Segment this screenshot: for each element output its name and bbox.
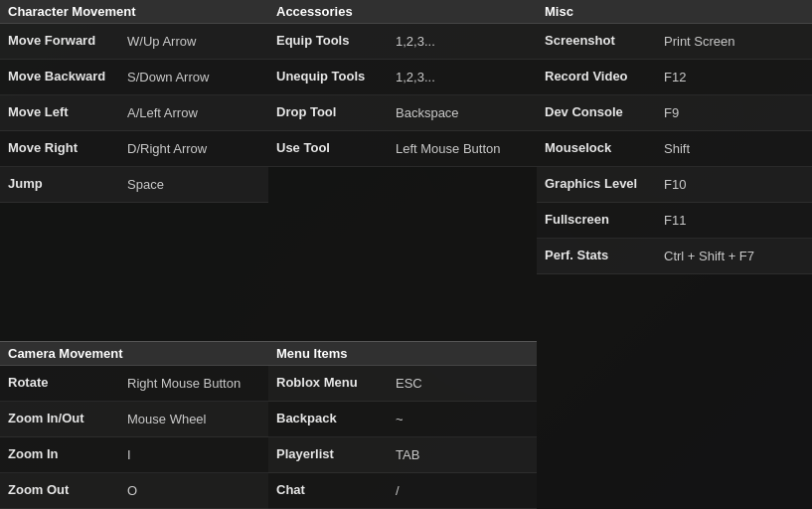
key-binding: TAB [396,447,419,462]
key-binding: O [127,483,137,498]
action-label: Rotate [8,375,127,392]
action-label: Mouselock [545,140,664,157]
key-binding: 1,2,3... [396,34,435,49]
key-binding: I [127,447,131,462]
action-label: Drop Tool [276,104,396,121]
key-binding: W/Up Arrow [127,34,196,49]
table-row: Zoom Out O [0,473,268,509]
action-label: Chat [276,482,396,499]
table-row: Unequip Tools 1,2,3... [268,60,537,95]
table-row: Chat / [268,473,537,509]
table-row: Use Tool Left Mouse Button [268,131,537,167]
action-label: Move Right [8,140,127,157]
key-binding: S/Down Arrow [127,70,209,85]
action-label: Jump [8,176,127,193]
action-label: Move Backward [8,69,127,85]
action-label: Dev Console [545,104,664,121]
spacer [268,167,537,341]
table-row: Move Backward S/Down Arrow [0,60,268,95]
table-row: Fullscreen F11 [537,203,812,239]
table-row: Rotate Right Mouse Button [0,366,268,402]
key-binding: D/Right Arrow [127,141,207,156]
action-label: Move Left [8,104,127,121]
key-binding: F11 [664,213,686,228]
mid-column: Accessories Equip Tools 1,2,3... Unequip… [268,0,537,509]
table-row: Equip Tools 1,2,3... [268,24,537,60]
spacer [537,274,812,509]
key-binding: Backspace [396,105,459,120]
character-movement-header: Character Movement [0,0,268,24]
action-label: Roblox Menu [276,375,396,392]
spacer [0,203,268,341]
key-binding: Space [127,177,164,192]
menu-items-header: Menu Items [268,341,537,366]
action-label: Zoom Out [8,482,127,499]
table-row: Perf. Stats Ctrl + Shift + F7 [537,239,812,274]
key-binding: 1,2,3... [396,70,435,85]
key-binding: / [396,483,400,498]
action-label: Perf. Stats [545,248,664,264]
action-label: Fullscreen [545,212,664,229]
table-row: Playerlist TAB [268,437,537,473]
table-row: Record Video F12 [537,60,812,95]
key-binding: Left Mouse Button [396,141,501,156]
left-column: Character Movement Move Forward W/Up Arr… [0,0,268,509]
ui-container: Character Movement Move Forward W/Up Arr… [0,0,812,509]
table-row: Zoom In/Out Mouse Wheel [0,402,268,437]
key-binding: Shift [664,141,690,156]
table-row: Jump Space [0,167,268,203]
table-row: Move Right D/Right Arrow [0,131,268,167]
action-label: Unequip Tools [276,69,396,85]
key-binding: ~ [396,412,404,426]
table-row: Screenshot Print Screen [537,24,812,60]
action-label: Backpack [276,411,396,427]
key-binding: Right Mouse Button [127,376,241,391]
camera-movement-header: Camera Movement [0,341,268,366]
table-row: Drop Tool Backspace [268,95,537,131]
misc-header: Misc [537,0,812,24]
table-row: Mouselock Shift [537,131,812,167]
action-label: Zoom In/Out [8,411,127,427]
right-column: Misc Screenshot Print Screen Record Vide… [537,0,812,509]
action-label: Graphics Level [545,176,664,193]
key-binding: ESC [396,376,422,391]
table-row: Move Forward W/Up Arrow [0,24,268,60]
action-label: Zoom In [8,446,127,463]
key-binding: Print Screen [664,34,735,49]
key-binding: Mouse Wheel [127,412,206,426]
table-row: Zoom In I [0,437,268,473]
action-label: Move Forward [8,33,127,50]
table-row: Dev Console F9 [537,95,812,131]
action-label: Equip Tools [276,33,396,50]
table-row: Roblox Menu ESC [268,366,537,402]
key-binding: F12 [664,70,686,85]
accessories-header: Accessories [268,0,537,24]
action-label: Playerlist [276,446,396,463]
key-binding: Ctrl + Shift + F7 [664,249,754,263]
table-row: Move Left A/Left Arrow [0,95,268,131]
table-row: Graphics Level F10 [537,167,812,203]
action-label: Screenshot [545,33,664,50]
key-binding: A/Left Arrow [127,105,198,120]
action-label: Record Video [545,69,664,85]
table-row: Backpack ~ [268,402,537,437]
key-binding: F9 [664,105,679,120]
key-binding: F10 [664,177,686,192]
action-label: Use Tool [276,140,396,157]
